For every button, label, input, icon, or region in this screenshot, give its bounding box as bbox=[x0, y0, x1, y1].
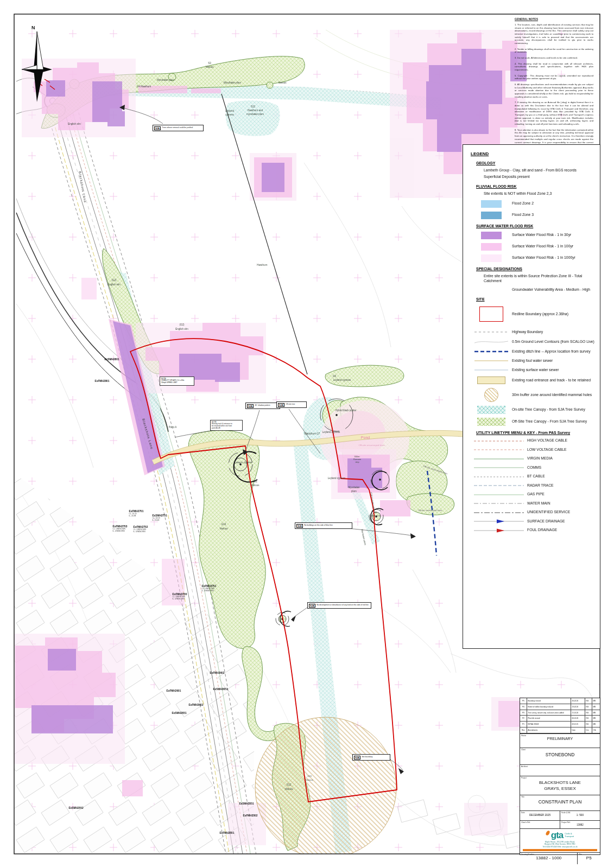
revision-row: P2Plan title revised06.01.26NGMB bbox=[520, 716, 600, 722]
revision-cell: Date bbox=[571, 727, 585, 733]
revision-header-row: RevAmendmentsDateDrnChk bbox=[520, 727, 600, 733]
legend-section: GEOLOGYLambeth Group - Clay, silt and sa… bbox=[471, 161, 594, 180]
title-section: Title CONSTRAINT PLAN bbox=[520, 795, 600, 810]
legend-title: LEGEND bbox=[471, 151, 594, 156]
refs-section: Client's Ref. Project Ref. 13882 bbox=[520, 820, 600, 828]
legend-item: Surface Water Flood Risk - 1 in 1000yr bbox=[471, 254, 594, 262]
general-note-paragraph: 1. The location, size, depth and identif… bbox=[515, 23, 593, 45]
rev-cell: Rev. P5 bbox=[578, 853, 600, 864]
swatch-symbol bbox=[471, 243, 512, 251]
legend-section-heading: SPECIAL DESIGNATIONS bbox=[476, 267, 594, 271]
legend-item-label: Groundwater Vulnerability Area - Medium … bbox=[512, 288, 590, 292]
revision-cell: 23.02.26 bbox=[571, 704, 585, 710]
canopy-offsite-symbol bbox=[471, 418, 512, 426]
gta-logo-text: gta bbox=[551, 830, 564, 841]
general-note-paragraph: 7. If viewing this drawing as an Autocad… bbox=[515, 101, 593, 125]
legend-section-heading: SITE bbox=[476, 297, 594, 301]
revision-cell: MB bbox=[592, 716, 600, 722]
revision-cell: Drn bbox=[585, 727, 592, 733]
revision-row: P3Tree survey, ransom strip, exclusion z… bbox=[520, 710, 600, 716]
revision-cell: Boundary revised bbox=[527, 698, 571, 704]
legend-text-line: Lambeth Group - Clay, silt and sand - Fr… bbox=[484, 168, 594, 173]
revision-cell: P3 bbox=[520, 710, 527, 716]
client-value: STONEBOND bbox=[520, 752, 600, 757]
rev-value: P5 bbox=[578, 856, 600, 860]
revision-cell: MB bbox=[592, 722, 600, 727]
company-section: gta Civils & Transport Maple House, 192-… bbox=[520, 828, 600, 852]
revision-cell: NG bbox=[585, 710, 592, 716]
legend-item-label: COMMS bbox=[527, 465, 541, 470]
ut-symbol bbox=[471, 483, 527, 488]
company-accent-bar bbox=[523, 849, 597, 851]
scale-value: 1: 500 bbox=[560, 814, 600, 816]
legend-section-heading: UTILITY LINETYPE MENU & KEY - From PAS S… bbox=[476, 431, 594, 435]
legend-item-label: On-site Tree Canopy - from SJA Tree Surv… bbox=[512, 407, 585, 412]
drawing-sheet: NBlackshots LaneBlackshots LaneS3Various… bbox=[0, 0, 614, 868]
legend-item-label: RADAR TRACE bbox=[527, 483, 554, 488]
legend-item: On-site Tree Canopy - from SJA Tree Surv… bbox=[471, 406, 594, 414]
legend-section-heading: SURFACE WATER FLOOD RISK bbox=[476, 224, 594, 228]
revision-cell: P1 bbox=[520, 722, 527, 727]
legend-item: Existing surface water sewer bbox=[471, 367, 594, 373]
offsite-canopy-swatch bbox=[477, 418, 505, 426]
legend-item: VIRGIN MEDIA bbox=[471, 456, 594, 462]
legend-item: Groundwater Vulnerability Area - Medium … bbox=[471, 288, 594, 292]
legend-item: UNIDENTIFIED SERVICE bbox=[471, 510, 594, 515]
revision-cell: 26.02.26 bbox=[571, 698, 585, 704]
legend-item-label: LOW VOLTAGE CABLE bbox=[527, 448, 567, 452]
drain-symbol bbox=[471, 519, 527, 524]
general-note-paragraph: 5. Copyright : This drawing must not be … bbox=[515, 74, 593, 80]
gta-logo-mark-icon bbox=[546, 831, 550, 836]
contour-symbol bbox=[471, 339, 512, 345]
legend-item: BT CABLE bbox=[471, 474, 594, 480]
ut-symbol bbox=[471, 438, 527, 444]
revision-cell: Tree survey, ransom strip, exclusion zon… bbox=[527, 710, 571, 716]
legend-section-heading: FLUVIAL FLOOD RISK bbox=[476, 184, 594, 188]
dash-gray-symbol bbox=[471, 329, 512, 335]
legend-item: Off-Site Tree Canopy - From SJA Tree Sur… bbox=[471, 418, 594, 426]
revision-cell: NG bbox=[585, 698, 592, 704]
buffer-swatch bbox=[484, 388, 498, 402]
title-label: Title bbox=[520, 795, 600, 798]
revision-row: P5Boundary revised26.02.26NGMB bbox=[520, 698, 600, 704]
redline-swatch bbox=[479, 307, 503, 322]
mammal-buffer-zone bbox=[255, 717, 396, 858]
drawing-number-section: Drawing Number 13882 - 1000 Rev. P5 bbox=[520, 852, 600, 864]
legend-item-label: GAS PIPE bbox=[527, 492, 545, 497]
revision-cell: MB bbox=[592, 704, 600, 710]
legend-item: COMMS bbox=[471, 465, 594, 470]
legend-section: FLUVIAL FLOOD RISKSite extents is NOT wi… bbox=[471, 184, 594, 219]
revision-cell: MB bbox=[592, 698, 600, 704]
revision-cell: 09.12.25 bbox=[571, 722, 585, 727]
legend-item-label: HIGH VOLTAGE CABLE bbox=[527, 438, 567, 443]
track-swatch bbox=[477, 376, 505, 384]
project-label: Project bbox=[520, 776, 600, 779]
status-section: Status PRELIMINARY bbox=[520, 733, 600, 748]
legend-swatch bbox=[481, 200, 502, 208]
drain-symbol bbox=[471, 528, 527, 533]
client-section: Client STONEBOND bbox=[520, 748, 600, 764]
redline-symbol bbox=[471, 307, 512, 322]
revision-cell: Rev bbox=[520, 727, 527, 733]
project-value: BLACKSHOTS LANE GRAYS, ESSEX bbox=[520, 780, 600, 792]
architect-label: Architect bbox=[520, 765, 600, 768]
revision-table: P5Boundary revised26.02.26NGMBP4Extent o… bbox=[520, 698, 600, 733]
revision-cell: 06.01.26 bbox=[571, 716, 585, 722]
legend-item-label: BT CABLE bbox=[527, 474, 545, 479]
legend-item: GAS PIPE bbox=[471, 492, 594, 497]
legend-item: WATER MAIN bbox=[471, 501, 594, 506]
ut-symbol bbox=[471, 474, 527, 480]
drawing-number-value: 13882 - 1000 bbox=[520, 856, 577, 860]
legend-item-label: SURFACE DRAINAGE bbox=[527, 519, 565, 524]
legend-item-label: Flood Zone 3 bbox=[512, 213, 534, 218]
revision-cell: MB bbox=[592, 710, 600, 716]
drawing-number-cell: Drawing Number 13882 - 1000 bbox=[520, 853, 578, 864]
revision-cell: P2 bbox=[520, 716, 527, 722]
client-label: Client bbox=[520, 748, 600, 751]
legend-item-label: Redline Boundary (approx 2.36ha) bbox=[512, 312, 568, 317]
general-note-paragraph: 3. Do not scale. All dimensions and leve… bbox=[515, 56, 593, 60]
legend-item: RADAR TRACE bbox=[471, 483, 594, 488]
legend-item-label: Existing foul water sewer bbox=[512, 359, 553, 363]
project-line1: BLACKSHOTS LANE bbox=[520, 780, 600, 786]
scale-cell: Scale @ A1 1: 500 bbox=[560, 811, 600, 820]
